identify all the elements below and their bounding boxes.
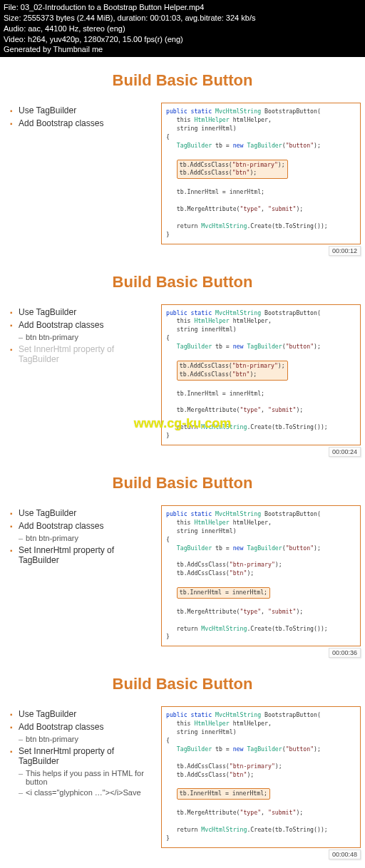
thumbnail-frame-3: Build Basic Button Use TagBuilder Add Bo… <box>0 460 365 661</box>
bullet-bootstrap: Add Bootstrap classes <box>10 118 154 128</box>
bullet-btn-classes: btn btn-primary <box>10 735 154 743</box>
bullet-tagbuilder: Use TagBuilder <box>10 709 154 719</box>
bullet-innerhtml: Set InnerHtml property of TagBuilder <box>10 545 154 565</box>
video-line: Video: h264, yuv420p, 1280x720, 15.00 fp… <box>4 34 361 45</box>
watermark: www.cg-ku.com <box>134 416 231 431</box>
video-metadata-header: File: 03_02-Introduction to a Bootstrap … <box>0 0 365 57</box>
bullet-btn-classes: btn btn-primary <box>10 333 154 341</box>
bullet-bootstrap: Add Bootstrap classes <box>10 521 154 531</box>
thumbnail-frame-1: Build Basic Button Use TagBuilder Add Bo… <box>0 57 365 258</box>
slide-title: Build Basic Button <box>4 675 361 693</box>
audio-line: Audio: aac, 44100 Hz, stereo (eng) <box>4 24 361 34</box>
bullet-innerhtml: Set InnerHtml property of TagBuilder <box>10 746 154 766</box>
timestamp-4: 00:00:48 <box>329 849 361 859</box>
timestamp-3: 00:00:36 <box>329 648 361 658</box>
bullet-bootstrap: Add Bootstrap classes <box>10 722 154 732</box>
bullet-btn-classes: btn btn-primary <box>10 534 154 542</box>
bullet-list: Use TagBuilder Add Bootstrap classes <box>4 103 154 131</box>
thumbnail-frame-2: Build Basic Button Use TagBuilder Add Bo… <box>0 259 365 460</box>
bullet-tagbuilder: Use TagBuilder <box>10 307 154 317</box>
bullet-bootstrap: Add Bootstrap classes <box>10 320 154 330</box>
slide-title: Build Basic Button <box>4 474 361 492</box>
timestamp-2: 00:00:24 <box>329 447 361 457</box>
bullet-tagbuilder: Use TagBuilder <box>10 508 154 518</box>
bullet-list: Use TagBuilder Add Bootstrap classes btn… <box>4 304 154 367</box>
bullet-innerhtml-dim: Set InnerHtml property of TagBuilder <box>10 344 154 364</box>
highlight-innerhtml: tb.InnerHtml = innerHtml; <box>177 788 270 800</box>
thumbnail-frame-4: Build Basic Button Use TagBuilder Add Bo… <box>0 661 365 862</box>
size-line: Size: 2555373 bytes (2.44 MiB), duration… <box>4 13 361 24</box>
bullet-glyphicon-sample: <i class="glyphicon …"></i>Save <box>10 788 154 797</box>
bullet-list: Use TagBuilder Add Bootstrap classes btn… <box>4 505 154 568</box>
bullet-list: Use TagBuilder Add Bootstrap classes btn… <box>4 706 154 799</box>
code-sample: public static MvcHtmlString BootstrapBut… <box>161 706 361 847</box>
bullet-tagbuilder: Use TagBuilder <box>10 105 154 115</box>
file-line: File: 03_02-Introduction to a Bootstrap … <box>4 2 361 13</box>
highlight-innerhtml: tb.InnerHtml = innerHtml; <box>177 587 270 599</box>
code-sample: public static MvcHtmlString BootstrapBut… <box>161 505 361 646</box>
slide-title: Build Basic Button <box>4 71 361 90</box>
bullet-helps-html: This helps if you pass in HTML for butto… <box>10 769 154 786</box>
generated-line: Generated by Thumbnail me <box>4 44 361 55</box>
highlight-addcss: tb.AddCssClass("btn-primary"); tb.AddCss… <box>177 160 288 180</box>
timestamp-1: 00:00:12 <box>329 246 361 256</box>
highlight-addcss: tb.AddCssClass("btn-primary"); tb.AddCss… <box>177 361 288 381</box>
slide-title: Build Basic Button <box>4 273 361 291</box>
code-sample: public static MvcHtmlString BootstrapBut… <box>161 103 361 244</box>
